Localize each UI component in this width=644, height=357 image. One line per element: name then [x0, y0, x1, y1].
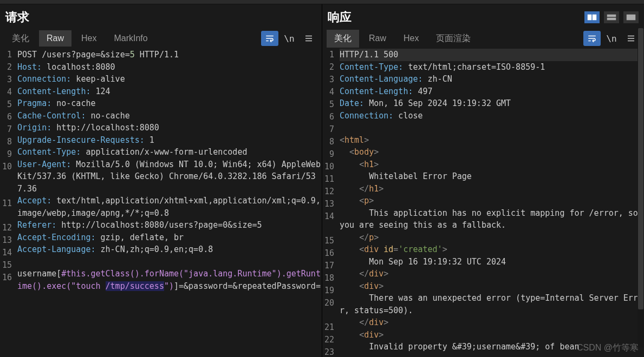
response-code[interactable]: HTTP/1.1 500Content-Type: text/html;char…: [337, 49, 644, 357]
response-editor[interactable]: 1234567891011121314151617181920212223 HT…: [322, 49, 644, 357]
svg-rect-3: [588, 15, 592, 21]
tab-markinfo[interactable]: MarkInfo: [106, 30, 155, 47]
tab-beautify[interactable]: 美化: [327, 30, 359, 48]
tab-beautify[interactable]: 美化: [4, 30, 37, 48]
code-line[interactable]: Whitelabel Error Page: [340, 170, 644, 183]
layout-controls: [584, 11, 639, 23]
layout-columns-icon[interactable]: [584, 11, 600, 23]
code-line[interactable]: Referer: http://localhost:8080/users?pag…: [17, 219, 322, 232]
code-line[interactable]: Connection: keep-alive: [17, 73, 322, 85]
menu-icon[interactable]: [300, 31, 317, 46]
code-line[interactable]: Content-Type: text/html;charset=ISO-8859…: [340, 61, 644, 74]
wrap-icon[interactable]: [261, 31, 278, 46]
tab-render[interactable]: 页面渲染: [428, 30, 478, 48]
newline-icon[interactable]: \n: [603, 31, 620, 46]
code-line[interactable]: User-Agent: Mozilla/5.0 (Windows NT 10.0…: [17, 158, 322, 195]
layout-rows-icon[interactable]: [604, 11, 619, 23]
code-line[interactable]: <div>: [340, 329, 644, 341]
code-line[interactable]: Origin: http://localhost:8080: [17, 122, 322, 134]
code-line[interactable]: Upgrade-Insecure-Requests: 1: [17, 134, 322, 147]
wrap-icon[interactable]: [583, 31, 601, 46]
code-line[interactable]: Mon Sep 16 19:19:32 UTC 2024: [340, 256, 644, 268]
response-header: 响应: [322, 4, 644, 28]
request-tabbar: 美化 Raw Hex MarkInfo \n: [0, 28, 322, 49]
tab-hex[interactable]: Hex: [396, 30, 426, 47]
response-gutter: 1234567891011121314151617181920212223: [322, 49, 337, 357]
code-line[interactable]: <html>: [340, 134, 644, 147]
code-line[interactable]: Invalid property &#39;username&#39; of b…: [340, 341, 644, 353]
code-line[interactable]: <h1>: [340, 158, 644, 171]
code-line[interactable]: There was an unexpected error (type=Inte…: [340, 292, 644, 316]
code-line[interactable]: <div>: [340, 280, 644, 293]
code-line[interactable]: Cache-Control: no-cache: [17, 110, 322, 122]
code-line[interactable]: <body>: [340, 146, 644, 158]
code-line[interactable]: username[#this.getClass().forName("java.…: [17, 268, 322, 292]
code-line[interactable]: </div>: [340, 316, 644, 329]
svg-rect-6: [607, 18, 616, 21]
code-line[interactable]: Accept: text/html,application/xhtml+xml,…: [17, 195, 322, 219]
response-tabbar: 美化 Raw Hex 页面渲染 \n: [322, 28, 644, 49]
code-line[interactable]: Accept-Language: zh-CN,zh;q=0.9,en;q=0.8: [17, 243, 322, 256]
response-panel: 响应 美化 Raw Hex 页面渲染 \n: [322, 4, 644, 357]
tab-raw[interactable]: Raw: [361, 30, 394, 47]
code-line[interactable]: Host: localhost:8080: [17, 61, 322, 74]
svg-rect-7: [627, 15, 636, 21]
tab-raw[interactable]: Raw: [39, 30, 71, 47]
scrollbar-thumb[interactable]: [638, 28, 643, 309]
request-editor[interactable]: 12345678910111213141516 POST /users?page…: [0, 49, 322, 357]
code-line[interactable]: Content-Length: 497: [340, 85, 644, 98]
code-line[interactable]: HTTP/1.1 500: [340, 49, 644, 61]
code-line[interactable]: </p>: [340, 232, 644, 244]
code-line[interactable]: Date: Mon, 16 Sep 2024 19:19:32 GMT: [340, 97, 644, 110]
request-code[interactable]: POST /users?page=&size=5 HTTP/1.1Host: l…: [15, 49, 322, 357]
newline-icon[interactable]: \n: [281, 31, 298, 46]
code-line[interactable]: </div>: [340, 268, 644, 280]
code-line[interactable]: </h1>: [340, 183, 644, 195]
code-line[interactable]: Content-Length: 124: [17, 85, 322, 98]
code-line[interactable]: Connection: close: [340, 110, 644, 122]
layout-single-icon[interactable]: [623, 11, 639, 23]
response-title: 响应: [328, 9, 352, 25]
code-line[interactable]: [17, 256, 322, 268]
code-line[interactable]: Pragma: no-cache: [17, 97, 322, 110]
scrollbar[interactable]: [638, 28, 644, 347]
code-line[interactable]: POST /users?page=&size=5 HTTP/1.1: [17, 49, 322, 61]
code-line[interactable]: Content-Type: application/x-www-form-url…: [17, 146, 322, 158]
top-strip: [0, 0, 644, 4]
request-header: 请求: [0, 4, 322, 28]
code-line[interactable]: <p>: [340, 195, 644, 207]
svg-rect-5: [607, 15, 616, 17]
request-title: 请求: [5, 9, 29, 25]
request-panel: 请求 美化 Raw Hex MarkInfo \n 12345678910111…: [0, 4, 322, 357]
svg-rect-4: [593, 15, 597, 21]
code-line[interactable]: Accept-Encoding: gzip, deflate, br: [17, 232, 322, 244]
code-line[interactable]: [340, 122, 644, 134]
split-panels: 请求 美化 Raw Hex MarkInfo \n 12345678910111…: [0, 4, 644, 357]
tab-hex[interactable]: Hex: [74, 30, 104, 47]
code-line[interactable]: Content-Language: zh-CN: [340, 73, 644, 85]
code-line[interactable]: <div id='created'>: [340, 243, 644, 256]
request-gutter: 12345678910111213141516: [0, 49, 15, 357]
code-line[interactable]: This application has no explicit mapping…: [340, 207, 644, 232]
